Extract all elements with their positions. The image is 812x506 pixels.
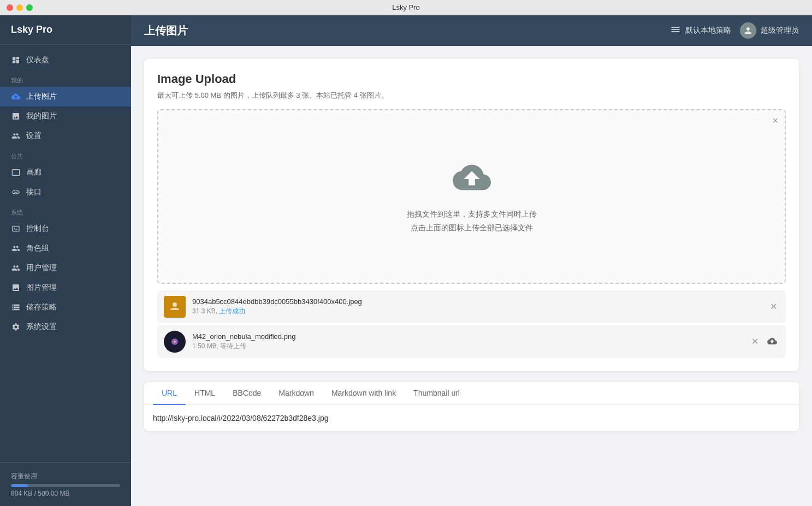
sidebar-item-label: 储存策略 [26, 302, 57, 312]
file-upload-button-2[interactable] [765, 334, 779, 350]
roles-icon [11, 243, 21, 253]
topbar-right: 默认本地策略 超级管理员 [670, 22, 799, 39]
file-status-1: 上传成功 [219, 307, 245, 315]
sidebar-item-label: 接口 [26, 187, 42, 197]
topbar: 上传图片 默认本地策略 超级管理员 [131, 15, 812, 46]
tab-bbcode[interactable]: BBCode [224, 382, 270, 405]
user-menu[interactable]: 超级管理员 [740, 22, 799, 39]
file-status-2: 等待上传 [220, 342, 246, 350]
sidebar-item-label: 控制台 [26, 224, 49, 234]
topbar-title: 上传图片 [144, 23, 188, 38]
close-button[interactable] [7, 4, 13, 11]
sidebar-item-label: 图片管理 [26, 283, 57, 293]
sidebar-item-gallery[interactable]: 画廊 [0, 163, 131, 182]
system-settings-icon [11, 322, 21, 332]
sidebar-item-upload[interactable]: 上传图片 [0, 87, 131, 106]
file-remove-button-2[interactable]: ✕ [749, 335, 761, 348]
sidebar-item-label: 角色组 [26, 243, 49, 253]
sidebar-item-settings[interactable]: 设置 [0, 126, 131, 146]
titlebar-title: Lsky Pro [392, 3, 420, 11]
user-label: 超级管理员 [761, 26, 799, 35]
file-info-1: 9034ab5cc0844ebdbb39dc0055bb3430!400x400… [192, 297, 761, 316]
tabs-header: URL HTML BBCode Markdown Markdown with l… [144, 382, 799, 405]
file-list: 9034ab5cc0844ebdbb39dc0055bb3430!400x400… [157, 290, 786, 358]
storage-text: 804 KB / 500.00 MB [11, 490, 120, 497]
file-name-1: 9034ab5cc0844ebdbb39dc0055bb3430!400x400… [192, 297, 761, 306]
tabs-content: http://lsky-pro.local/i/2022/03/08/62272… [144, 405, 799, 431]
dropzone-text-line1: 拖拽文件到这里，支持多文件同时上传 [407, 207, 537, 221]
main-content: Image Upload 最大可上传 5.00 MB 的图片，上传队列最多 3 … [131, 46, 812, 506]
cloud-upload-icon [453, 158, 491, 199]
file-meta-2: 1.50 MB, 等待上传 [192, 342, 743, 351]
maximize-button[interactable] [26, 4, 33, 11]
tab-thumbnail-url[interactable]: Thumbnail url [405, 382, 469, 405]
section-label-public: 公共 [0, 146, 131, 163]
sidebar-item-storage[interactable]: 储存策略 [0, 297, 131, 317]
sidebar-item-label: 我的图片 [26, 111, 57, 121]
storage-bar-bg [11, 484, 120, 487]
storage-bar-fill [11, 484, 28, 487]
sidebar-item-console[interactable]: 控制台 [0, 219, 131, 239]
storage-label: 容量使用 [11, 472, 120, 481]
url-value: http://lsky-pro.local/i/2022/03/08/62272… [153, 414, 790, 422]
table-row: 9034ab5cc0844ebdbb39dc0055bb3430!400x400… [157, 290, 786, 323]
sidebar-item-roles[interactable]: 角色组 [0, 239, 131, 258]
upload-card: Image Upload 最大可上传 5.00 MB 的图片，上传队列最多 3 … [144, 59, 799, 371]
users-icon [11, 263, 21, 273]
sidebar-footer: 容量使用 804 KB / 500.00 MB [0, 462, 131, 506]
dropzone-text-line2: 点击上面的图标上传全部已选择文件 [407, 221, 537, 235]
storage-icon [11, 302, 21, 312]
section-label-system: 系统 [0, 202, 131, 219]
sidebar-item-label: 系统设置 [26, 322, 57, 332]
strategy-selector[interactable]: 默认本地策略 [670, 24, 731, 38]
api-icon [11, 187, 21, 197]
file-actions-1: ✕ [768, 300, 779, 313]
tab-html[interactable]: HTML [186, 382, 224, 405]
sidebar-item-image-mgr[interactable]: 图片管理 [0, 278, 131, 297]
file-info-2: M42_orion_nebula_modified.png 1.50 MB, 等… [192, 332, 743, 351]
sidebar-item-system-settings[interactable]: 系统设置 [0, 317, 131, 337]
tab-url[interactable]: URL [153, 382, 186, 405]
file-thumb-1 [164, 296, 186, 318]
sidebar-item-label: 上传图片 [26, 92, 57, 102]
sidebar-item-label: 仪表盘 [26, 55, 49, 65]
sidebar-item-dashboard[interactable]: 仪表盘 [0, 50, 131, 70]
sidebar-item-label: 设置 [26, 131, 42, 141]
file-meta-1: 31.3 KB, 上传成功 [192, 307, 761, 316]
sidebar-item-my-images[interactable]: 我的图片 [0, 106, 131, 126]
file-thumb-2 [164, 331, 186, 353]
upload-title: Image Upload [157, 72, 786, 86]
sidebar: Lsky Pro 仪表盘 我的 上传图片 我的图片 [0, 15, 131, 506]
svg-point-0 [173, 302, 177, 307]
tab-markdown[interactable]: Markdown [270, 382, 323, 405]
sidebar-logo: Lsky Pro [0, 15, 131, 45]
dropzone-text: 拖拽文件到这里，支持多文件同时上传 点击上面的图标上传全部已选择文件 [407, 207, 537, 235]
section-label-my: 我的 [0, 70, 131, 87]
dashboard-icon [11, 55, 21, 65]
sidebar-item-label: 画廊 [26, 168, 42, 177]
svg-point-2 [174, 341, 176, 343]
avatar [740, 22, 756, 39]
sidebar-item-users[interactable]: 用户管理 [0, 258, 131, 278]
minimize-button[interactable] [16, 4, 23, 11]
file-remove-button-1[interactable]: ✕ [768, 300, 779, 313]
console-icon [11, 224, 21, 234]
sidebar-item-api[interactable]: 接口 [0, 182, 131, 202]
image-mgr-icon [11, 283, 21, 293]
upload-icon [11, 92, 21, 102]
my-images-icon [11, 111, 21, 121]
strategy-label: 默认本地策略 [685, 26, 731, 35]
upload-subtitle: 最大可上传 5.00 MB 的图片，上传队列最多 3 张。本站已托管 4 张图片… [157, 91, 786, 100]
sidebar-nav: 仪表盘 我的 上传图片 我的图片 设置 公共 [0, 45, 131, 462]
tab-markdown-link[interactable]: Markdown with link [323, 382, 405, 405]
settings-icon [11, 131, 21, 141]
strategy-icon [670, 24, 681, 38]
titlebar-buttons [7, 4, 33, 11]
gallery-icon [11, 168, 21, 177]
file-name-2: M42_orion_nebula_modified.png [192, 332, 743, 341]
url-tabs-card: URL HTML BBCode Markdown Markdown with l… [144, 382, 799, 431]
table-row: M42_orion_nebula_modified.png 1.50 MB, 等… [157, 325, 786, 358]
sidebar-item-label: 用户管理 [26, 263, 57, 273]
dropzone[interactable]: × 拖拽文件到这里，支持多文件同时上传 点击上面的图标上传全部已选择文件 [157, 109, 786, 284]
dropzone-close-button[interactable]: × [772, 116, 778, 126]
